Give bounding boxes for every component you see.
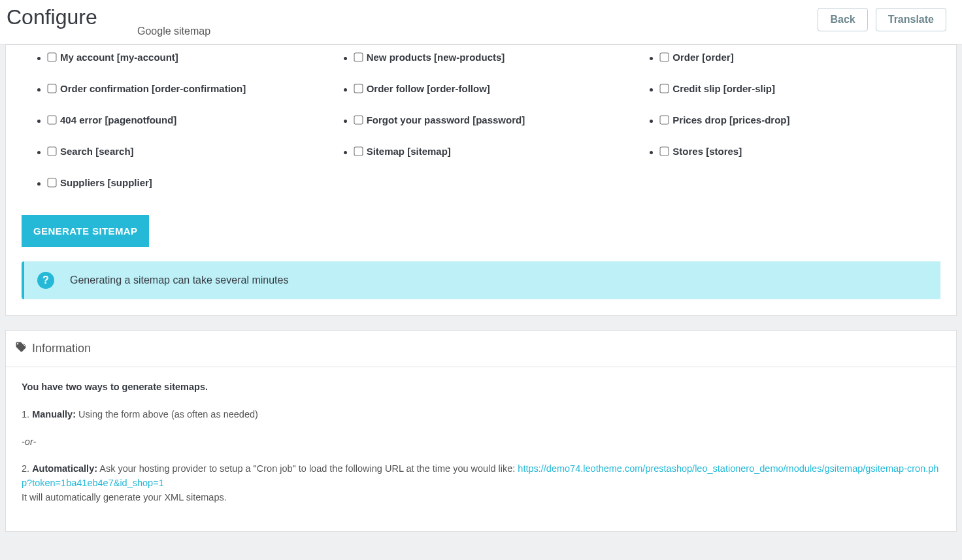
page-checkbox-prices-drop[interactable] — [660, 115, 669, 124]
page-checkbox-label[interactable]: New products [new-products] — [354, 50, 505, 64]
page-item-order-slip: Credit slip [order-slip] — [660, 82, 940, 96]
page-checkbox-order-slip[interactable] — [660, 84, 669, 93]
page-checkbox-stores[interactable] — [660, 146, 669, 156]
page-checkbox-label[interactable]: Suppliers [supplier] — [48, 176, 152, 189]
page-checkbox-label[interactable]: Order follow [order-follow] — [354, 82, 490, 95]
page-subtitle: Google sitemap — [137, 25, 818, 37]
page-checkbox-text: Search [search] — [60, 144, 134, 158]
page-checkbox-new-products[interactable] — [354, 52, 363, 61]
page-checkbox-text: Order follow [order-follow] — [367, 82, 490, 95]
page-checkbox-text: Forgot your password [password] — [367, 113, 525, 127]
page-checkbox-search[interactable] — [47, 146, 56, 156]
info-auto-footer: It will automatically generate your XML … — [22, 492, 227, 502]
page-item-order-confirmation: Order confirmation [order-confirmation] — [48, 82, 328, 96]
page-checkbox-pagenotfound[interactable] — [47, 115, 56, 124]
page-checkbox-label[interactable]: Forgot your password [password] — [354, 113, 525, 127]
page-checkbox-label[interactable]: Order [order] — [660, 50, 733, 64]
sitemap-panel: My account [my-account]New products [new… — [5, 44, 957, 316]
page-checkbox-order-follow[interactable] — [354, 84, 363, 93]
page-item-prices-drop: Prices drop [prices-drop] — [660, 113, 940, 127]
page-checkbox-text: 404 error [pagenotfound] — [60, 113, 176, 127]
pages-grid: My account [my-account]New products [new… — [22, 45, 940, 203]
page-checkbox-label[interactable]: Prices drop [prices-drop] — [660, 113, 789, 127]
page-checkbox-text: Prices drop [prices-drop] — [672, 113, 789, 127]
page-checkbox-order[interactable] — [660, 52, 669, 61]
page-item-search: Search [search] — [48, 144, 328, 159]
page-checkbox-label[interactable]: Credit slip [order-slip] — [660, 82, 775, 95]
page-checkbox-password[interactable] — [354, 115, 363, 124]
page-checkbox-text: Order confirmation [order-confirmation] — [60, 82, 246, 95]
page-item-my-account: My account [my-account] — [48, 50, 328, 65]
generate-sitemap-button[interactable]: GENERATE SITEMAP — [22, 215, 149, 247]
page-item-order: Order [order] — [660, 50, 940, 65]
info-intro: You have two ways to generate sitemaps. — [22, 382, 208, 392]
page-checkbox-label[interactable]: Stores [stores] — [660, 144, 742, 158]
alert-text: Generating a sitemap can take several mi… — [70, 274, 288, 286]
page-checkbox-text: Order [order] — [672, 50, 733, 64]
page-checkbox-text: New products [new-products] — [367, 50, 505, 64]
page-checkbox-text: Stores [stores] — [672, 144, 742, 158]
page-checkbox-sitemap[interactable] — [354, 146, 363, 156]
page-checkbox-label[interactable]: My account [my-account] — [48, 50, 178, 64]
page-header: Configure Google sitemap Back Translate — [0, 0, 962, 44]
tags-icon — [15, 341, 27, 356]
page-checkbox-text: Sitemap [sitemap] — [367, 144, 451, 158]
info-manually-line: 1. Manually: Using the form above (as of… — [22, 408, 940, 422]
page-checkbox-label[interactable]: 404 error [pagenotfound] — [48, 113, 176, 127]
back-button[interactable]: Back — [818, 8, 867, 31]
page-item-order-follow: Order follow [order-follow] — [354, 82, 635, 96]
alert-info: ? Generating a sitemap can take several … — [22, 261, 940, 299]
page-checkbox-label[interactable]: Order confirmation [order-confirmation] — [48, 82, 246, 95]
page-checkbox-label[interactable]: Sitemap [sitemap] — [354, 144, 451, 158]
information-panel: Information You have two ways to generat… — [5, 330, 957, 532]
page-item-supplier: Suppliers [supplier] — [48, 176, 328, 190]
page-item-sitemap: Sitemap [sitemap] — [354, 144, 635, 159]
page-checkbox-text: Credit slip [order-slip] — [672, 82, 775, 95]
question-icon: ? — [37, 272, 54, 289]
info-auto-line: 2. Automatically: Ask your hosting provi… — [22, 462, 940, 504]
information-panel-header: Information — [6, 331, 956, 367]
page-checkbox-text: My account [my-account] — [60, 50, 178, 64]
page-checkbox-text: Suppliers [supplier] — [60, 176, 152, 189]
page-checkbox-label[interactable]: Search [search] — [48, 144, 134, 158]
info-or: -or- — [22, 435, 940, 450]
page-item-new-products: New products [new-products] — [354, 50, 635, 65]
information-heading: Information — [32, 342, 91, 355]
page-checkbox-supplier[interactable] — [47, 178, 56, 187]
page-item-stores: Stores [stores] — [660, 144, 940, 159]
page-item-password: Forgot your password [password] — [354, 113, 635, 127]
page-checkbox-my-account[interactable] — [47, 52, 56, 61]
page-item-pagenotfound: 404 error [pagenotfound] — [48, 113, 328, 127]
translate-button[interactable]: Translate — [876, 8, 946, 31]
page-checkbox-order-confirmation[interactable] — [47, 84, 56, 93]
